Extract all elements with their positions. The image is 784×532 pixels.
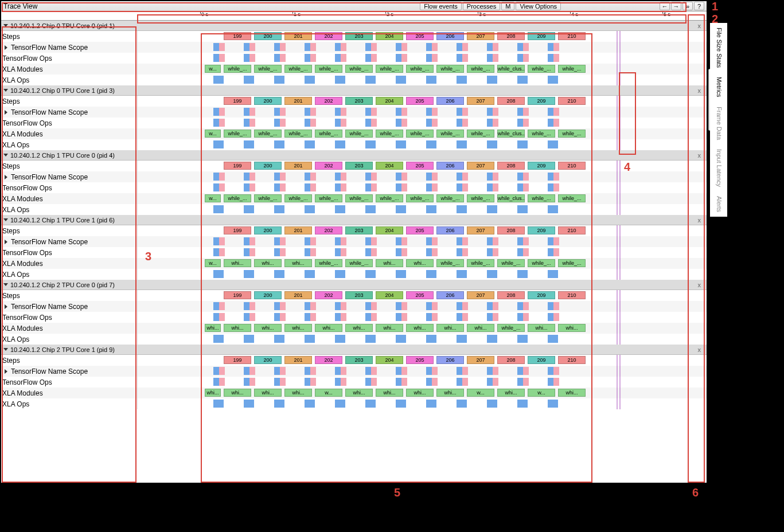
event-small[interactable] (365, 183, 371, 191)
event-small[interactable] (401, 183, 407, 191)
event-small[interactable] (280, 43, 286, 51)
xla-module-event[interactable]: w... (467, 389, 494, 397)
help-button[interactable]: ? (694, 2, 704, 10)
row-events[interactable] (138, 182, 707, 193)
event-small[interactable] (432, 119, 438, 127)
event-small[interactable] (401, 119, 407, 127)
step-event[interactable]: 207 (467, 356, 494, 364)
step-event[interactable]: 206 (436, 162, 464, 170)
event-small[interactable] (396, 108, 401, 116)
event-small[interactable] (274, 173, 280, 181)
event-small[interactable] (396, 313, 401, 321)
event-small[interactable] (401, 173, 407, 181)
step-event[interactable]: 206 (436, 97, 464, 105)
event-small[interactable] (274, 302, 280, 310)
xla-op-event[interactable] (365, 335, 376, 343)
event-small[interactable] (244, 367, 249, 375)
event-small[interactable] (493, 183, 498, 191)
event-small[interactable] (213, 108, 219, 116)
side-tab-file-size-stats[interactable]: File Size Stats (710, 23, 727, 72)
step-event[interactable]: 208 (497, 356, 525, 364)
xla-op-event[interactable] (548, 140, 558, 148)
close-process-button[interactable]: x (698, 87, 701, 94)
tracks-area[interactable]: 10.240.1.2 Chip 0 TPU Core 0 (pid 1)xSte… (1, 21, 707, 409)
event-small[interactable] (462, 173, 468, 181)
event-small[interactable] (371, 43, 377, 51)
xla-op-event[interactable] (244, 335, 254, 343)
xla-module-event[interactable]: whi... (205, 324, 221, 332)
event-small[interactable] (487, 108, 493, 116)
step-event[interactable]: 202 (315, 162, 342, 170)
event-small[interactable] (457, 183, 462, 191)
event-small[interactable] (335, 367, 341, 375)
event-small[interactable] (493, 367, 498, 375)
event-small[interactable] (305, 173, 310, 181)
event-small[interactable] (219, 119, 225, 127)
event-small[interactable] (553, 313, 559, 321)
event-small[interactable] (517, 43, 523, 51)
event-small[interactable] (365, 43, 371, 51)
event-small[interactable] (487, 183, 493, 191)
xla-op-event[interactable] (426, 76, 436, 84)
xla-module-event[interactable]: while_... (376, 65, 403, 73)
close-process-button[interactable]: x (698, 217, 701, 224)
xla-module-event[interactable]: whi... (558, 324, 586, 332)
xla-op-event[interactable] (487, 205, 497, 213)
event-small[interactable] (487, 378, 493, 386)
event-small[interactable] (213, 378, 219, 386)
event-small[interactable] (249, 108, 255, 116)
xla-module-event[interactable]: while_clus... (497, 130, 525, 138)
event-small[interactable] (249, 54, 255, 62)
xla-module-event[interactable]: while_... (345, 259, 373, 267)
xla-op-event[interactable] (457, 205, 467, 213)
xla-module-event[interactable]: whi... (284, 389, 312, 397)
event-small[interactable] (432, 237, 438, 245)
event-small[interactable] (553, 248, 559, 256)
step-event[interactable]: 202 (315, 226, 342, 234)
xla-op-event[interactable] (213, 140, 224, 148)
event-small[interactable] (341, 313, 346, 321)
event-small[interactable] (523, 43, 529, 51)
xla-module-event[interactable]: while_... (558, 130, 586, 138)
event-small[interactable] (493, 173, 498, 181)
row-events[interactable] (138, 269, 707, 280)
step-event[interactable]: 203 (345, 291, 373, 299)
event-small[interactable] (457, 43, 462, 51)
event-small[interactable] (553, 302, 559, 310)
event-small[interactable] (219, 313, 225, 321)
event-small[interactable] (249, 302, 255, 310)
xla-module-event[interactable]: while_... (345, 194, 373, 202)
xla-module-event[interactable]: while_... (406, 65, 434, 73)
side-tab-frame-data[interactable]: Frame Data (710, 102, 727, 144)
xla-module-event[interactable]: while_... (284, 65, 312, 73)
step-event[interactable]: 205 (406, 32, 434, 40)
event-small[interactable] (341, 108, 346, 116)
row-events[interactable]: 199200201202203204205206207208209210 (138, 31, 707, 42)
step-event[interactable]: 202 (315, 32, 342, 40)
event-small[interactable] (462, 367, 468, 375)
process-header[interactable]: 10.240.1.2 Chip 2 TPU Core 1 (pid 9)x (1, 345, 707, 355)
event-small[interactable] (517, 237, 523, 245)
xla-module-event[interactable]: whi... (376, 324, 403, 332)
event-small[interactable] (244, 54, 249, 62)
event-small[interactable] (523, 302, 529, 310)
event-small[interactable] (523, 237, 529, 245)
event-small[interactable] (305, 119, 310, 127)
event-small[interactable] (396, 237, 401, 245)
xla-module-event[interactable]: while_clus... (497, 65, 525, 73)
event-small[interactable] (274, 237, 280, 245)
process-header[interactable]: 10.240.1.2 Chip 0 TPU Core 0 (pid 1)x (1, 21, 707, 31)
event-small[interactable] (213, 302, 219, 310)
event-small[interactable] (219, 183, 225, 191)
event-small[interactable] (517, 367, 523, 375)
event-small[interactable] (305, 237, 310, 245)
row-events[interactable] (138, 247, 707, 258)
xla-op-event[interactable] (396, 205, 406, 213)
event-small[interactable] (548, 248, 553, 256)
event-small[interactable] (274, 248, 280, 256)
xla-op-event[interactable] (305, 76, 315, 84)
event-small[interactable] (487, 248, 493, 256)
event-small[interactable] (213, 237, 219, 245)
xla-module-event[interactable]: while_... (406, 194, 434, 202)
event-small[interactable] (426, 237, 432, 245)
